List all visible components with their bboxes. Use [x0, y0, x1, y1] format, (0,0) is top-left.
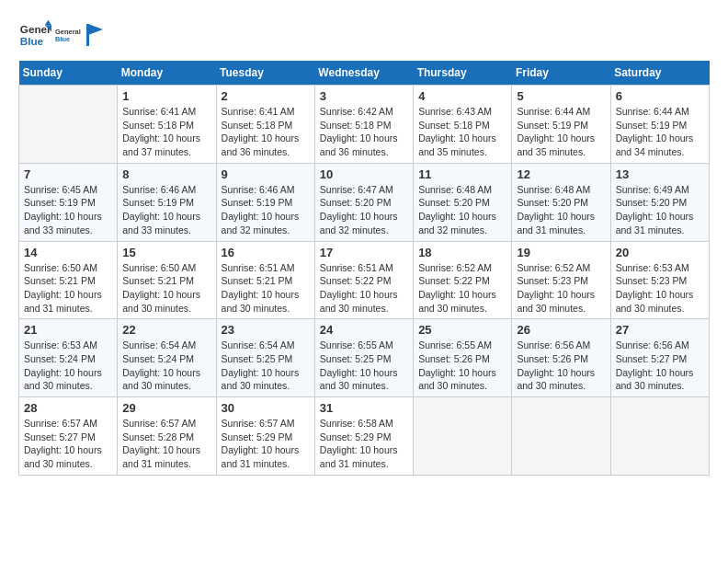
weekday-header-friday: Friday	[512, 61, 610, 86]
day-info: Sunrise: 6:58 AMSunset: 5:29 PMDaylight:…	[320, 417, 408, 471]
calendar-cell: 4Sunrise: 6:43 AMSunset: 5:18 PMDaylight…	[414, 86, 512, 164]
weekday-header-tuesday: Tuesday	[216, 61, 314, 86]
day-number: 16	[222, 246, 310, 259]
calendar-cell: 6Sunrise: 6:44 AMSunset: 5:19 PMDaylight…	[610, 86, 709, 164]
calendar-cell: 19Sunrise: 6:52 AMSunset: 5:23 PMDayligh…	[512, 241, 610, 319]
weekday-header-monday: Monday	[118, 61, 216, 86]
week-row-3: 14Sunrise: 6:50 AMSunset: 5:21 PMDayligh…	[19, 241, 710, 319]
weekday-header-saturday: Saturday	[610, 61, 709, 86]
day-number: 1	[122, 89, 210, 103]
calendar-cell: 13Sunrise: 6:49 AMSunset: 5:20 PMDayligh…	[610, 163, 709, 241]
day-info: Sunrise: 6:55 AMSunset: 5:26 PMDaylight:…	[418, 339, 506, 393]
day-info: Sunrise: 6:48 AMSunset: 5:20 PMDaylight:…	[517, 183, 605, 237]
week-row-2: 7Sunrise: 6:45 AMSunset: 5:19 PMDaylight…	[19, 163, 710, 241]
day-info: Sunrise: 6:51 AMSunset: 5:21 PMDaylight:…	[222, 261, 310, 316]
svg-text:General: General	[55, 28, 81, 36]
day-number: 12	[517, 167, 605, 181]
day-number: 3	[320, 89, 408, 103]
day-info: Sunrise: 6:56 AMSunset: 5:26 PMDaylight:…	[517, 339, 605, 393]
day-info: Sunrise: 6:50 AMSunset: 5:21 PMDaylight:…	[24, 261, 112, 316]
calendar-cell: 31Sunrise: 6:58 AMSunset: 5:29 PMDayligh…	[314, 397, 413, 476]
day-number: 4	[418, 89, 506, 103]
svg-rect-7	[86, 24, 89, 46]
day-number: 23	[222, 323, 310, 337]
calendar-cell: 18Sunrise: 6:52 AMSunset: 5:22 PMDayligh…	[414, 241, 512, 319]
day-number: 2	[222, 89, 310, 103]
day-info: Sunrise: 6:53 AMSunset: 5:24 PMDaylight:…	[24, 339, 112, 393]
day-number: 10	[320, 167, 408, 181]
day-info: Sunrise: 6:53 AMSunset: 5:23 PMDaylight:…	[616, 261, 704, 316]
calendar-cell: 25Sunrise: 6:55 AMSunset: 5:26 PMDayligh…	[414, 319, 512, 397]
day-info: Sunrise: 6:43 AMSunset: 5:18 PMDaylight:…	[418, 105, 506, 159]
calendar-cell: 22Sunrise: 6:54 AMSunset: 5:24 PMDayligh…	[118, 319, 216, 397]
logo-icon: General Blue	[18, 18, 51, 52]
day-number: 30	[222, 401, 310, 415]
week-row-4: 21Sunrise: 6:53 AMSunset: 5:24 PMDayligh…	[19, 319, 710, 397]
day-info: Sunrise: 6:55 AMSunset: 5:25 PMDaylight:…	[320, 339, 408, 393]
day-info: Sunrise: 6:49 AMSunset: 5:20 PMDaylight:…	[616, 183, 704, 237]
day-info: Sunrise: 6:57 AMSunset: 5:28 PMDaylight:…	[122, 417, 210, 471]
calendar-cell: 9Sunrise: 6:46 AMSunset: 5:19 PMDaylight…	[216, 163, 314, 241]
day-number: 17	[320, 246, 408, 259]
day-info: Sunrise: 6:50 AMSunset: 5:21 PMDaylight:…	[122, 261, 210, 316]
day-info: Sunrise: 6:44 AMSunset: 5:19 PMDaylight:…	[616, 105, 704, 159]
calendar-cell: 17Sunrise: 6:51 AMSunset: 5:22 PMDayligh…	[314, 241, 413, 319]
weekday-header-row: SundayMondayTuesdayWednesdayThursdayFrid…	[19, 61, 710, 86]
day-info: Sunrise: 6:47 AMSunset: 5:20 PMDaylight:…	[320, 183, 408, 237]
day-number: 25	[418, 323, 506, 337]
day-number: 18	[418, 246, 506, 259]
day-number: 22	[122, 323, 210, 337]
day-number: 21	[24, 323, 112, 337]
day-number: 11	[418, 167, 506, 181]
day-number: 26	[517, 323, 605, 337]
day-number: 13	[616, 167, 704, 181]
day-number: 14	[24, 246, 112, 259]
day-info: Sunrise: 6:44 AMSunset: 5:19 PMDaylight:…	[517, 105, 605, 159]
svg-marker-6	[88, 24, 103, 35]
calendar-cell: 8Sunrise: 6:46 AMSunset: 5:19 PMDaylight…	[118, 163, 216, 241]
day-number: 7	[24, 167, 112, 181]
calendar-cell: 3Sunrise: 6:42 AMSunset: 5:18 PMDaylight…	[314, 86, 413, 164]
flag-icon	[86, 24, 103, 46]
calendar-cell: 24Sunrise: 6:55 AMSunset: 5:25 PMDayligh…	[314, 319, 413, 397]
day-info: Sunrise: 6:52 AMSunset: 5:22 PMDaylight:…	[418, 261, 506, 316]
day-number: 6	[616, 89, 704, 103]
day-info: Sunrise: 6:48 AMSunset: 5:20 PMDaylight:…	[418, 183, 506, 237]
calendar-cell	[19, 86, 118, 164]
day-info: Sunrise: 6:54 AMSunset: 5:24 PMDaylight:…	[122, 339, 210, 393]
calendar-cell: 2Sunrise: 6:41 AMSunset: 5:18 PMDaylight…	[216, 86, 314, 164]
calendar-cell: 10Sunrise: 6:47 AMSunset: 5:20 PMDayligh…	[314, 163, 413, 241]
calendar-cell: 14Sunrise: 6:50 AMSunset: 5:21 PMDayligh…	[19, 241, 118, 319]
weekday-header-sunday: Sunday	[19, 61, 118, 86]
calendar-cell	[610, 397, 709, 476]
logo: General Blue General Blue	[18, 18, 103, 52]
day-number: 9	[222, 167, 310, 181]
day-number: 8	[122, 167, 210, 181]
week-row-1: 1Sunrise: 6:41 AMSunset: 5:18 PMDaylight…	[19, 86, 710, 164]
day-number: 28	[24, 401, 112, 415]
svg-text:Blue: Blue	[55, 35, 70, 43]
day-info: Sunrise: 6:42 AMSunset: 5:18 PMDaylight:…	[320, 105, 408, 159]
calendar-cell: 21Sunrise: 6:53 AMSunset: 5:24 PMDayligh…	[19, 319, 118, 397]
day-info: Sunrise: 6:51 AMSunset: 5:22 PMDaylight:…	[320, 261, 408, 316]
calendar-cell: 16Sunrise: 6:51 AMSunset: 5:21 PMDayligh…	[216, 241, 314, 319]
weekday-header-thursday: Thursday	[414, 61, 512, 86]
day-info: Sunrise: 6:52 AMSunset: 5:23 PMDaylight:…	[517, 261, 605, 316]
day-info: Sunrise: 6:41 AMSunset: 5:18 PMDaylight:…	[122, 105, 210, 159]
day-info: Sunrise: 6:46 AMSunset: 5:19 PMDaylight:…	[122, 183, 210, 237]
day-info: Sunrise: 6:57 AMSunset: 5:27 PMDaylight:…	[24, 417, 112, 471]
page-header: General Blue General Blue	[18, 18, 710, 52]
calendar-cell: 7Sunrise: 6:45 AMSunset: 5:19 PMDaylight…	[19, 163, 118, 241]
day-info: Sunrise: 6:45 AMSunset: 5:19 PMDaylight:…	[24, 183, 112, 237]
day-number: 29	[122, 401, 210, 415]
day-info: Sunrise: 6:56 AMSunset: 5:27 PMDaylight:…	[616, 339, 704, 393]
day-number: 20	[616, 246, 704, 259]
calendar-cell: 26Sunrise: 6:56 AMSunset: 5:26 PMDayligh…	[512, 319, 610, 397]
week-row-5: 28Sunrise: 6:57 AMSunset: 5:27 PMDayligh…	[19, 397, 710, 476]
calendar-cell: 28Sunrise: 6:57 AMSunset: 5:27 PMDayligh…	[19, 397, 118, 476]
calendar-cell: 30Sunrise: 6:57 AMSunset: 5:29 PMDayligh…	[216, 397, 314, 476]
calendar-cell: 11Sunrise: 6:48 AMSunset: 5:20 PMDayligh…	[414, 163, 512, 241]
calendar-table: SundayMondayTuesdayWednesdayThursdayFrid…	[18, 61, 710, 476]
day-number: 5	[517, 89, 605, 103]
day-number: 31	[320, 401, 408, 415]
